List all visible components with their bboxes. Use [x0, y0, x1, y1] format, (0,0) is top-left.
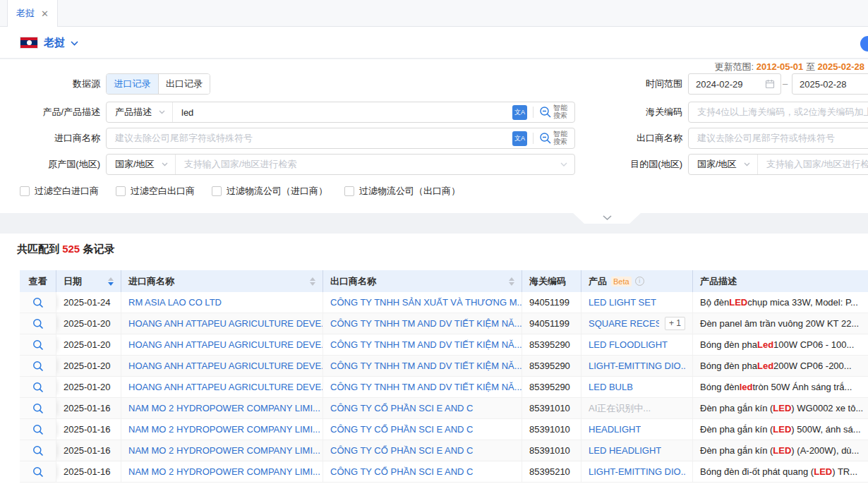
hs-code-input[interactable]: 支持4位以上海关编码，或2位海关编码加上产品描述	[688, 102, 868, 123]
exporter-link[interactable]: CÔNG TY CỔ PHẦN SCI E AND C	[323, 419, 522, 440]
importer-link[interactable]: RM ASIA LAO CO LTD	[121, 292, 323, 313]
hs-code-value: 85391010	[522, 419, 581, 440]
importer-link[interactable]: HOANG ANH ATTAPEU AGRICULTURE DEVE...	[121, 313, 323, 334]
product-link[interactable]: LED HEADLIGHT	[589, 445, 661, 456]
sort-icons-date[interactable]	[108, 277, 114, 286]
collapse-filters-button[interactable]	[573, 213, 641, 224]
origin-country-input[interactable]: 支持输入国家/地区进行检索	[176, 158, 560, 171]
filter-blank-exporter[interactable]: 过滤空白出口商	[116, 185, 195, 198]
checkbox-icon[interactable]	[20, 186, 30, 196]
record-date: 2025-01-20	[56, 356, 121, 376]
table-row: 2025-01-20HOANG ANH ATTAPEU AGRICULTURE …	[20, 334, 868, 356]
view-record-icon[interactable]	[32, 339, 44, 351]
translate-icon[interactable]: 文A	[512, 131, 527, 146]
sort-icons-importer[interactable]	[310, 277, 315, 286]
destination-country-select[interactable]: 国家/地区	[689, 155, 758, 174]
view-record-button[interactable]	[20, 334, 56, 355]
view-record-icon[interactable]	[32, 382, 44, 393]
exporter-link[interactable]: CÔNG TY TNHH SẢN XUẤT VÀ THƯƠNG M...	[323, 292, 522, 313]
col-header-exporter[interactable]: 出口商名称	[323, 270, 522, 292]
view-record-button[interactable]	[20, 461, 56, 482]
date-separator: –	[783, 73, 788, 95]
filter-logistics-exporter[interactable]: 过滤物流公司（出口商）	[344, 185, 460, 198]
col-header-importer[interactable]: 进口商名称	[121, 270, 323, 292]
divider	[533, 133, 534, 144]
date-from-input[interactable]: 2024-02-29	[688, 73, 781, 95]
view-record-icon[interactable]	[32, 297, 44, 308]
chevron-down-icon[interactable]	[560, 162, 574, 167]
view-record-button[interactable]	[20, 313, 56, 334]
exporter-link[interactable]: CÔNG TY TNHH TM AND DV TIẾT KIỆM NĂ...	[323, 334, 522, 355]
product-link[interactable]: LED LIGHT SET	[589, 297, 656, 308]
checkbox-icon[interactable]	[116, 186, 126, 196]
importer-input[interactable]: 建议去除公司尾部字符或特殊符号	[107, 132, 512, 145]
product-cell: LED HEADLIGHT	[581, 440, 693, 461]
importer-link[interactable]: NAM MO 2 HYDROPOWER COMPANY LIMI...	[121, 419, 323, 440]
importer-link[interactable]: HOANG ANH ATTAPEU AGRICULTURE DEVE...	[121, 356, 323, 376]
importer-link[interactable]: NAM MO 2 HYDROPOWER COMPANY LIMI...	[121, 398, 323, 418]
exporter-link[interactable]: CÔNG TY TNHH TM AND DV TIẾT KIỆM NĂ...	[323, 377, 522, 397]
exporter-link[interactable]: CÔNG TY TNHH TM AND DV TIẾT KIỆM NĂ...	[323, 313, 522, 334]
product-link[interactable]: LED BULB	[589, 382, 633, 392]
product-link[interactable]: LIGHT-EMITTING DIO...	[589, 466, 685, 477]
col-header-date[interactable]: 日期	[56, 270, 121, 292]
calendar-icon[interactable]	[765, 79, 775, 89]
importer-link[interactable]: NAM MO 2 HYDROPOWER COMPANY LIMI...	[121, 440, 323, 461]
importer-link[interactable]: HOANG ANH ATTAPEU AGRICULTURE DEVE...	[121, 377, 323, 397]
beta-info-icon[interactable]: i	[635, 277, 644, 286]
filter-logistics-importer[interactable]: 过滤物流公司（进口商）	[212, 185, 327, 198]
table-row: 2025-01-20HOANG ANH ATTAPEU AGRICULTURE …	[20, 356, 868, 377]
smart-search-button[interactable]: 智能搜索	[539, 131, 569, 146]
checkbox-icon[interactable]	[344, 186, 354, 196]
product-link[interactable]: SQUARE RECESS...	[589, 318, 659, 329]
record-date: 2025-01-16	[56, 461, 121, 482]
keyword-highlight: LED	[773, 445, 791, 456]
hs-code-value: 85395210	[522, 461, 581, 482]
product-cell: AI正在识别中...	[581, 398, 693, 418]
view-record-icon[interactable]	[32, 361, 44, 372]
view-record-button[interactable]	[20, 377, 56, 397]
more-products-badge[interactable]: + 1	[665, 317, 685, 330]
exporter-link[interactable]: CÔNG TY TNHH TM AND DV TIẾT KIỆM NĂ...	[323, 356, 522, 376]
product-description: Đèn pha gắn kín (LED) WG0002 xe tô...	[693, 398, 868, 418]
translate-icon[interactable]: 文A	[512, 105, 527, 120]
exporter-link[interactable]: CÔNG TY CỔ PHẦN SCI E AND C	[323, 461, 522, 482]
floating-assistant-icon[interactable]	[860, 36, 868, 52]
product-search-input[interactable]: led	[173, 107, 512, 118]
product-link[interactable]: LIGHT-EMITTING DIO...	[589, 361, 685, 371]
date-to-input[interactable]: 2025-02-28	[792, 73, 868, 95]
view-record-button[interactable]	[20, 440, 56, 461]
exporter-input[interactable]: 建议去除公司尾部字符或特殊符号	[688, 128, 868, 149]
view-record-button[interactable]	[20, 356, 56, 376]
checkbox-icon[interactable]	[212, 186, 222, 196]
sort-icons-exporter[interactable]	[509, 277, 514, 286]
view-record-button[interactable]	[20, 292, 56, 313]
filter-blank-importer[interactable]: 过滤空白进口商	[20, 185, 99, 198]
view-record-button[interactable]	[20, 419, 56, 440]
view-record-icon[interactable]	[32, 318, 44, 329]
origin-country-select[interactable]: 国家/地区	[107, 155, 176, 174]
date-from-value: 2024-02-29	[696, 79, 743, 90]
tab-export-records[interactable]: 出口记录	[158, 74, 210, 94]
tab-close-icon[interactable]: ✕	[41, 9, 49, 18]
tab-import-records[interactable]: 进口记录	[107, 74, 158, 94]
destination-country-box: 国家/地区 支持输入国家/地区进行检索	[688, 154, 868, 175]
exporter-link[interactable]: CÔNG TY CỔ PHẦN SCI E AND C	[323, 440, 522, 461]
smart-search-button[interactable]: 智能搜索	[539, 104, 569, 120]
view-record-icon[interactable]	[32, 403, 44, 414]
product-link[interactable]: HEADLIGHT	[589, 424, 641, 435]
view-record-icon[interactable]	[32, 445, 44, 456]
exporter-link[interactable]: CÔNG TY CỔ PHẦN SCI E AND C	[323, 398, 522, 418]
chevron-down-icon[interactable]	[71, 41, 78, 46]
panel-gap	[0, 213, 868, 234]
view-record-icon[interactable]	[32, 466, 44, 478]
destination-country-input[interactable]: 支持输入国家/地区进行检索	[758, 158, 868, 171]
tab-laos[interactable]: 老挝 ✕	[7, 0, 58, 27]
view-record-icon[interactable]	[32, 424, 44, 435]
view-record-button[interactable]	[20, 398, 56, 418]
product-field-select[interactable]: 产品描述	[107, 102, 173, 122]
importer-link[interactable]: NAM MO 2 HYDROPOWER COMPANY LIMI...	[121, 461, 323, 482]
country-name[interactable]: 老挝	[44, 36, 65, 49]
importer-link[interactable]: HOANG ANH ATTAPEU AGRICULTURE DEVE...	[121, 334, 323, 355]
product-link[interactable]: LED FLOODLIGHT	[589, 339, 668, 350]
